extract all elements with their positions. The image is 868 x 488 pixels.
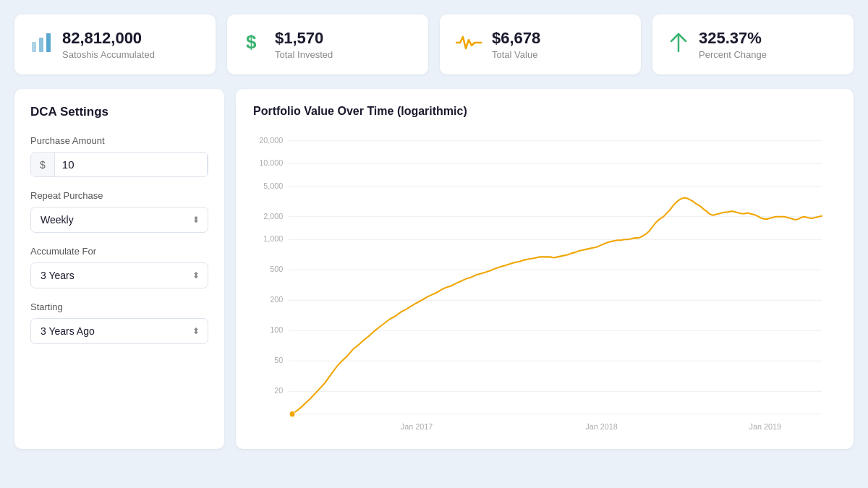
satoshis-card: 82,812,000 Satoshis Accumulated — [14, 14, 216, 74]
starting-wrapper: 1 Year Ago 2 Years Ago 3 Years Ago 5 Yea… — [30, 318, 208, 344]
svg-text:1,000: 1,000 — [263, 234, 283, 243]
chart-panel: Portfolio Value Over Time (logarithmic) … — [236, 89, 854, 449]
svg-text:10,000: 10,000 — [259, 158, 283, 167]
arrow-up-icon — [668, 31, 689, 58]
svg-text:$: $ — [246, 31, 257, 53]
repeat-purchase-label: Repeat Purchase — [30, 190, 208, 201]
percent-change-card: 325.37% Percent Change — [652, 14, 854, 74]
svg-text:Jan 2017: Jan 2017 — [401, 422, 433, 431]
repeat-purchase-wrapper: Daily Weekly Monthly ⬍ — [30, 207, 208, 233]
top-cards-section: 82,812,000 Satoshis Accumulated $ $1,570… — [14, 14, 854, 74]
svg-text:Jan 2018: Jan 2018 — [585, 422, 617, 431]
total-value-card: $6,678 Total Value — [440, 14, 641, 74]
accumulate-for-group: Accumulate For 1 Year 2 Years 3 Years 5 … — [30, 246, 208, 288]
svg-text:200: 200 — [270, 295, 283, 304]
satoshis-value: 82,812,000 — [62, 29, 155, 48]
satoshis-content: 82,812,000 Satoshis Accumulated — [62, 29, 155, 60]
accumulate-for-wrapper: 1 Year 2 Years 3 Years 5 Years 10 Years … — [30, 262, 208, 288]
purchase-amount-group: Purchase Amount $ .00 — [30, 135, 208, 177]
svg-text:2,000: 2,000 — [263, 212, 283, 221]
chart-container: 20,000 10,000 5,000 2,000 1,000 500 200 … — [253, 129, 836, 433]
svg-rect-0 — [32, 42, 36, 52]
svg-text:100: 100 — [270, 325, 283, 334]
accumulate-for-select[interactable]: 1 Year 2 Years 3 Years 5 Years 10 Years — [30, 262, 208, 288]
invested-value: $1,570 — [275, 29, 333, 48]
repeat-purchase-select[interactable]: Daily Weekly Monthly — [30, 207, 208, 233]
invested-label: Total Invested — [275, 49, 333, 60]
accumulate-for-label: Accumulate For — [30, 246, 208, 257]
total-value-value: $6,678 — [492, 29, 540, 48]
purchase-amount-label: Purchase Amount — [30, 135, 208, 146]
purchase-amount-input[interactable] — [55, 153, 207, 176]
svg-rect-2 — [46, 33, 51, 52]
pulse-icon — [456, 33, 482, 56]
invested-content: $1,570 Total Invested — [275, 29, 333, 60]
svg-text:50: 50 — [274, 356, 283, 364]
purchase-prefix: $ — [31, 153, 55, 176]
percent-change-value: 325.37% — [699, 29, 767, 48]
total-value-label: Total Value — [492, 49, 540, 60]
starting-label: Starting — [30, 301, 208, 312]
svg-text:20,000: 20,000 — [259, 136, 283, 145]
settings-title: DCA Settings — [30, 105, 208, 119]
purchase-amount-input-group: $ .00 — [30, 152, 208, 177]
purchase-suffix: .00 — [207, 153, 208, 176]
percent-change-content: 325.37% Percent Change — [699, 29, 767, 60]
repeat-purchase-group: Repeat Purchase Daily Weekly Monthly ⬍ — [30, 190, 208, 233]
svg-text:500: 500 — [270, 265, 283, 273]
percent-change-label: Percent Change — [699, 49, 767, 60]
chart-title: Portfolio Value Over Time (logarithmic) — [253, 105, 836, 118]
svg-text:5,000: 5,000 — [263, 181, 283, 190]
chart-svg: 20,000 10,000 5,000 2,000 1,000 500 200 … — [253, 129, 836, 433]
bar-chart-icon — [30, 32, 52, 57]
bottom-section: DCA Settings Purchase Amount $ .00 Repea… — [14, 89, 854, 449]
invested-card: $ $1,570 Total Invested — [227, 14, 428, 74]
satoshis-label: Satoshis Accumulated — [62, 49, 155, 60]
svg-rect-1 — [39, 38, 43, 52]
starting-group: Starting 1 Year Ago 2 Years Ago 3 Years … — [30, 301, 208, 344]
dollar-icon: $ — [243, 31, 265, 58]
settings-panel: DCA Settings Purchase Amount $ .00 Repea… — [14, 89, 224, 449]
svg-text:20: 20 — [274, 386, 283, 395]
svg-point-28 — [289, 411, 295, 417]
svg-text:Jan 2019: Jan 2019 — [749, 422, 780, 431]
starting-select[interactable]: 1 Year Ago 2 Years Ago 3 Years Ago 5 Yea… — [30, 318, 208, 344]
total-value-content: $6,678 Total Value — [492, 29, 540, 60]
